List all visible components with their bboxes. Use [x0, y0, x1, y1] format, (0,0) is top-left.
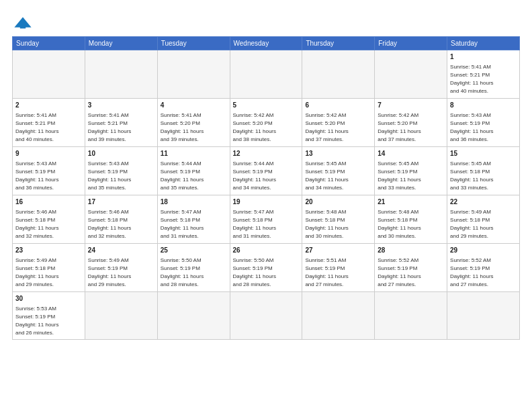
day-number: 1	[450, 52, 517, 62]
calendar-cell	[157, 50, 230, 99]
day-number: 25	[161, 246, 227, 256]
day-number: 29	[450, 246, 517, 256]
calendar: SundayMondayTuesdayWednesdayThursdayFrid…	[12, 36, 520, 340]
calendar-cell: 23Sunrise: 5:49 AM Sunset: 5:18 PM Dayli…	[13, 244, 85, 292]
calendar-cell: 4Sunrise: 5:41 AM Sunset: 5:20 PM Daylig…	[157, 99, 230, 147]
calendar-week-row: 30Sunrise: 5:53 AM Sunset: 5:19 PM Dayli…	[13, 292, 520, 340]
calendar-week-row: 2Sunrise: 5:41 AM Sunset: 5:21 PM Daylig…	[13, 99, 520, 147]
weekday-header-thursday: Thursday	[302, 37, 375, 50]
day-info: Sunrise: 5:42 AM Sunset: 5:20 PM Dayligh…	[378, 111, 444, 144]
calendar-cell	[302, 292, 375, 340]
weekday-header-monday: Monday	[85, 37, 157, 50]
calendar-cell: 3Sunrise: 5:41 AM Sunset: 5:21 PM Daylig…	[85, 99, 157, 147]
day-info: Sunrise: 5:50 AM Sunset: 5:19 PM Dayligh…	[161, 257, 227, 289]
calendar-cell: 25Sunrise: 5:50 AM Sunset: 5:19 PM Dayli…	[157, 244, 230, 292]
calendar-cell: 28Sunrise: 5:52 AM Sunset: 5:19 PM Dayli…	[375, 244, 447, 292]
day-info: Sunrise: 5:48 AM Sunset: 5:18 PM Dayligh…	[378, 208, 444, 240]
calendar-cell	[85, 50, 157, 99]
weekday-header-row: SundayMondayTuesdayWednesdayThursdayFrid…	[13, 37, 520, 50]
day-number: 7	[378, 101, 444, 111]
day-info: Sunrise: 5:44 AM Sunset: 5:19 PM Dayligh…	[161, 160, 227, 192]
calendar-cell: 21Sunrise: 5:48 AM Sunset: 5:18 PM Dayli…	[375, 195, 447, 244]
day-number: 16	[15, 197, 82, 208]
day-number: 19	[233, 197, 300, 208]
weekday-header-tuesday: Tuesday	[157, 37, 230, 50]
day-number: 6	[305, 101, 371, 111]
calendar-cell: 29Sunrise: 5:52 AM Sunset: 5:19 PM Dayli…	[447, 244, 520, 292]
day-info: Sunrise: 5:53 AM Sunset: 5:19 PM Dayligh…	[15, 305, 82, 337]
calendar-cell: 26Sunrise: 5:50 AM Sunset: 5:19 PM Dayli…	[230, 244, 302, 292]
day-info: Sunrise: 5:45 AM Sunset: 5:18 PM Dayligh…	[450, 160, 517, 192]
day-number: 20	[305, 197, 371, 208]
day-number: 8	[450, 101, 517, 111]
calendar-week-row: 1Sunrise: 5:41 AM Sunset: 5:21 PM Daylig…	[13, 50, 520, 99]
day-number: 2	[15, 101, 82, 111]
page: SundayMondayTuesdayWednesdayThursdayFrid…	[0, 0, 532, 411]
calendar-cell: 19Sunrise: 5:47 AM Sunset: 5:18 PM Dayli…	[230, 195, 302, 244]
day-info: Sunrise: 5:41 AM Sunset: 5:21 PM Dayligh…	[450, 63, 517, 95]
day-number: 28	[378, 246, 444, 256]
day-number: 12	[233, 149, 300, 159]
svg-rect-2	[20, 24, 26, 29]
day-info: Sunrise: 5:43 AM Sunset: 5:19 PM Dayligh…	[450, 111, 517, 144]
day-number: 18	[161, 197, 227, 208]
day-info: Sunrise: 5:46 AM Sunset: 5:18 PM Dayligh…	[88, 208, 154, 240]
day-info: Sunrise: 5:41 AM Sunset: 5:21 PM Dayligh…	[88, 111, 154, 144]
day-info: Sunrise: 5:48 AM Sunset: 5:18 PM Dayligh…	[305, 208, 371, 240]
day-info: Sunrise: 5:45 AM Sunset: 5:19 PM Dayligh…	[305, 160, 371, 192]
calendar-cell	[447, 292, 520, 340]
calendar-cell: 6Sunrise: 5:42 AM Sunset: 5:20 PM Daylig…	[302, 99, 375, 147]
weekday-header-friday: Friday	[375, 37, 447, 50]
calendar-cell: 17Sunrise: 5:46 AM Sunset: 5:18 PM Dayli…	[85, 195, 157, 244]
calendar-cell: 27Sunrise: 5:51 AM Sunset: 5:19 PM Dayli…	[302, 244, 375, 292]
calendar-cell: 18Sunrise: 5:47 AM Sunset: 5:18 PM Dayli…	[157, 195, 230, 244]
day-info: Sunrise: 5:51 AM Sunset: 5:19 PM Dayligh…	[305, 257, 371, 289]
logo-icon	[12, 15, 34, 31]
calendar-cell	[85, 292, 157, 340]
calendar-cell	[157, 292, 230, 340]
calendar-week-row: 16Sunrise: 5:46 AM Sunset: 5:18 PM Dayli…	[13, 195, 520, 244]
day-number: 13	[305, 149, 371, 159]
calendar-cell: 7Sunrise: 5:42 AM Sunset: 5:20 PM Daylig…	[375, 99, 447, 147]
day-info: Sunrise: 5:49 AM Sunset: 5:18 PM Dayligh…	[450, 208, 517, 240]
calendar-cell: 8Sunrise: 5:43 AM Sunset: 5:19 PM Daylig…	[447, 99, 520, 147]
day-info: Sunrise: 5:47 AM Sunset: 5:18 PM Dayligh…	[233, 208, 300, 240]
day-number: 26	[233, 246, 300, 256]
calendar-cell: 15Sunrise: 5:45 AM Sunset: 5:18 PM Dayli…	[447, 147, 520, 195]
calendar-cell: 10Sunrise: 5:43 AM Sunset: 5:19 PM Dayli…	[85, 147, 157, 195]
calendar-cell: 16Sunrise: 5:46 AM Sunset: 5:18 PM Dayli…	[13, 195, 85, 244]
calendar-cell: 9Sunrise: 5:43 AM Sunset: 5:19 PM Daylig…	[13, 147, 85, 195]
day-info: Sunrise: 5:52 AM Sunset: 5:19 PM Dayligh…	[450, 257, 517, 289]
header	[12, 12, 520, 31]
calendar-cell: 24Sunrise: 5:49 AM Sunset: 5:19 PM Dayli…	[85, 244, 157, 292]
day-number: 21	[378, 197, 444, 208]
day-number: 14	[378, 149, 444, 159]
calendar-cell: 20Sunrise: 5:48 AM Sunset: 5:18 PM Dayli…	[302, 195, 375, 244]
day-number: 17	[88, 197, 154, 208]
calendar-cell: 5Sunrise: 5:42 AM Sunset: 5:20 PM Daylig…	[230, 99, 302, 147]
day-info: Sunrise: 5:45 AM Sunset: 5:19 PM Dayligh…	[378, 160, 444, 192]
weekday-header-saturday: Saturday	[447, 37, 520, 50]
calendar-week-row: 9Sunrise: 5:43 AM Sunset: 5:19 PM Daylig…	[13, 147, 520, 195]
calendar-cell	[230, 50, 302, 99]
day-info: Sunrise: 5:49 AM Sunset: 5:18 PM Dayligh…	[15, 257, 82, 289]
day-number: 5	[233, 101, 300, 111]
day-info: Sunrise: 5:52 AM Sunset: 5:19 PM Dayligh…	[378, 257, 444, 289]
day-info: Sunrise: 5:50 AM Sunset: 5:19 PM Dayligh…	[233, 257, 300, 289]
day-info: Sunrise: 5:43 AM Sunset: 5:19 PM Dayligh…	[15, 160, 82, 192]
day-number: 10	[88, 149, 154, 159]
calendar-cell: 30Sunrise: 5:53 AM Sunset: 5:19 PM Dayli…	[13, 292, 85, 340]
day-info: Sunrise: 5:49 AM Sunset: 5:19 PM Dayligh…	[88, 257, 154, 289]
calendar-week-row: 23Sunrise: 5:49 AM Sunset: 5:18 PM Dayli…	[13, 244, 520, 292]
calendar-cell: 22Sunrise: 5:49 AM Sunset: 5:18 PM Dayli…	[447, 195, 520, 244]
calendar-cell	[375, 50, 447, 99]
calendar-cell: 11Sunrise: 5:44 AM Sunset: 5:19 PM Dayli…	[157, 147, 230, 195]
day-number: 4	[161, 101, 227, 111]
day-number: 9	[15, 149, 82, 159]
day-number: 24	[88, 246, 154, 256]
calendar-cell: 1Sunrise: 5:41 AM Sunset: 5:21 PM Daylig…	[447, 50, 520, 99]
day-info: Sunrise: 5:44 AM Sunset: 5:19 PM Dayligh…	[233, 160, 300, 192]
day-info: Sunrise: 5:47 AM Sunset: 5:18 PM Dayligh…	[161, 208, 227, 240]
calendar-cell	[375, 292, 447, 340]
day-info: Sunrise: 5:42 AM Sunset: 5:20 PM Dayligh…	[233, 111, 300, 144]
